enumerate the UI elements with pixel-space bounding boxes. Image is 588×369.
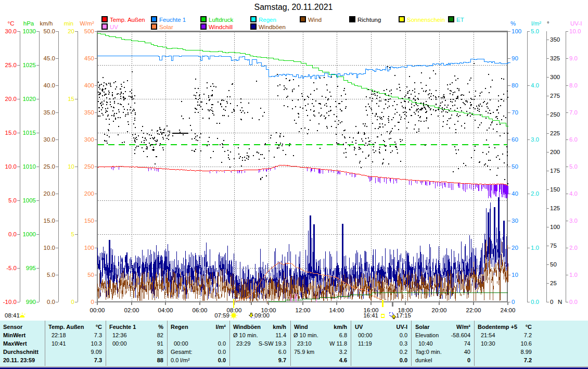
svg-text:45.0: 45.0 (44, 55, 55, 61)
svg-text:Luftdruck: Luftdruck (209, 17, 234, 23)
svg-text:00:00: 00:00 (90, 307, 105, 313)
svg-text:150: 150 (84, 218, 94, 224)
svg-text:1.0: 1.0 (531, 245, 539, 251)
svg-text:3.2: 3.2 (339, 349, 347, 355)
svg-text:40: 40 (464, 349, 470, 355)
svg-text:4.6: 4.6 (339, 357, 347, 363)
svg-text:km/h: km/h (40, 20, 53, 27)
svg-text:0: 0 (91, 299, 94, 305)
svg-text:00:00: 00:00 (112, 340, 127, 347)
svg-text:Solar: Solar (415, 324, 430, 330)
svg-text:8.0: 8.0 (569, 82, 578, 88)
svg-text:W 11.8: W 11.8 (329, 340, 347, 347)
svg-text:250: 250 (84, 163, 94, 170)
svg-text:450: 450 (84, 55, 94, 61)
svg-text:00:00: 00:00 (174, 340, 188, 347)
svg-text:275: 275 (550, 93, 560, 99)
svg-text:1000: 1000 (22, 231, 36, 237)
svg-text:25.0: 25.0 (44, 163, 55, 170)
svg-text:22:00: 22:00 (466, 307, 481, 313)
svg-text:00:00: 00:00 (358, 332, 373, 338)
svg-text:0.2: 0.2 (400, 349, 407, 355)
svg-text:11:19: 11:19 (358, 340, 372, 347)
svg-text:7.2: 7.2 (524, 332, 532, 338)
svg-text:MaxWert: MaxWert (3, 340, 27, 347)
svg-text:1030: 1030 (22, 28, 36, 34)
svg-text:1005: 1005 (22, 197, 36, 203)
svg-text:Ø 10 min.: Ø 10 min. (233, 332, 258, 338)
svg-text:20.11. 23:59: 20.11. 23:59 (3, 357, 35, 363)
svg-text:350: 350 (84, 109, 94, 116)
svg-text:30: 30 (512, 218, 518, 224)
svg-text:15.0: 15.0 (44, 218, 55, 224)
svg-text:7.3: 7.3 (94, 332, 102, 338)
svg-text:Samstag, 20.11.2021: Samstag, 20.11.2021 (254, 3, 333, 11)
svg-text:10.0: 10.0 (5, 163, 17, 170)
svg-text:300: 300 (550, 74, 560, 80)
svg-text:91: 91 (157, 340, 163, 347)
svg-text:300: 300 (84, 136, 94, 143)
svg-text:0.0 l/m²: 0.0 l/m² (171, 357, 190, 363)
svg-text:10.0: 10.0 (44, 245, 55, 251)
svg-text:0: 0 (512, 299, 515, 305)
svg-text:0.0: 0.0 (400, 357, 407, 363)
svg-text:06:00: 06:00 (193, 307, 208, 313)
svg-text:S-SW 19.3: S-SW 19.3 (259, 340, 286, 347)
svg-text:10.0: 10.0 (569, 28, 581, 34)
svg-text:90: 90 (512, 55, 518, 61)
svg-text:7.0: 7.0 (569, 109, 578, 116)
svg-text:10:41: 10:41 (52, 340, 66, 347)
svg-text:°C: °C (526, 324, 532, 330)
svg-text:N: N (558, 299, 562, 305)
svg-text:400: 400 (84, 82, 94, 88)
svg-text:20: 20 (512, 245, 518, 251)
svg-text:km/h: km/h (273, 324, 286, 330)
svg-text:100: 100 (550, 224, 560, 230)
svg-text:10.3: 10.3 (91, 340, 102, 347)
svg-text:21:54: 21:54 (481, 332, 495, 338)
svg-text:175: 175 (550, 168, 560, 174)
svg-text:10:40: 10:40 (418, 340, 433, 347)
svg-text:Sonnenschein: Sonnenschein (407, 17, 445, 23)
svg-text:km/h: km/h (334, 324, 347, 330)
svg-text:12:00: 12:00 (296, 307, 311, 313)
svg-text:6.0: 6.0 (569, 136, 578, 143)
svg-text:°C: °C (8, 20, 15, 27)
svg-text:l/m²: l/m² (531, 20, 541, 27)
svg-text:40: 40 (512, 190, 518, 197)
svg-text:20:00: 20:00 (432, 307, 447, 313)
svg-text:Ø 10 min.: Ø 10 min. (293, 332, 318, 338)
svg-text:5.0: 5.0 (8, 197, 17, 203)
svg-text:150: 150 (550, 186, 560, 193)
svg-text:Regen: Regen (171, 324, 188, 330)
svg-text:15.0: 15.0 (5, 130, 17, 136)
svg-text:Windböen: Windböen (233, 324, 261, 330)
svg-text:995: 995 (26, 265, 36, 271)
svg-text:88: 88 (157, 357, 163, 363)
svg-text:16:41: 16:41 (363, 312, 378, 319)
svg-text:Wind: Wind (294, 324, 308, 330)
svg-text:9.0: 9.0 (569, 55, 578, 61)
svg-text:1010: 1010 (22, 163, 36, 170)
svg-text:74: 74 (464, 340, 470, 347)
svg-text:0: 0 (467, 357, 470, 363)
svg-text:4.0: 4.0 (531, 82, 539, 88)
svg-text:10: 10 (512, 272, 518, 278)
svg-text:10:30: 10:30 (481, 340, 495, 347)
svg-text:-58.604: -58.604 (451, 332, 470, 338)
svg-text:3.0: 3.0 (531, 136, 539, 143)
svg-text:0.0: 0.0 (569, 299, 578, 305)
svg-text:75.9 km: 75.9 km (294, 349, 314, 355)
svg-text:%: % (510, 20, 516, 27)
svg-text:0.0: 0.0 (218, 349, 226, 355)
svg-text:70: 70 (512, 109, 518, 116)
svg-text:Richtung: Richtung (357, 17, 381, 23)
svg-text:24:00: 24:00 (501, 307, 516, 313)
svg-text:30.0: 30.0 (44, 136, 55, 143)
svg-text:Elevation: Elevation (415, 332, 439, 338)
svg-text:-5.0: -5.0 (6, 265, 17, 271)
svg-text:1025: 1025 (22, 62, 36, 68)
svg-text:Tag:0 min.: Tag:0 min. (415, 349, 442, 355)
svg-text:08:41: 08:41 (5, 312, 20, 319)
svg-text:Solar: Solar (159, 24, 173, 30)
